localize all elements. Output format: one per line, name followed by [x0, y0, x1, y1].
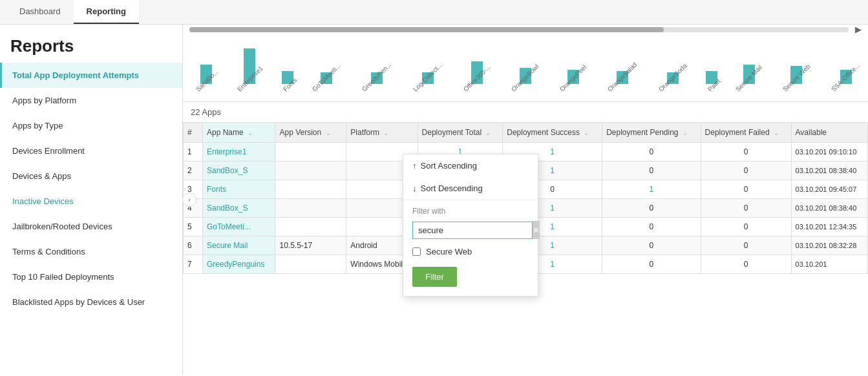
secure-web-label: Secure Web — [426, 247, 472, 256]
col-dep-total[interactable]: Deployment Total ⌄ — [418, 123, 503, 143]
col-app-name[interactable]: App Name ⌄ — [203, 123, 275, 143]
col-platform[interactable]: Platform ⌄ — [346, 123, 418, 143]
chart-bar-label: OrangeSoda — [657, 62, 688, 93]
col-available[interactable]: Available — [791, 123, 867, 143]
cell-num: 7 — [184, 255, 203, 274]
chart-bar-group: Secure Web — [776, 66, 817, 95]
cell-app-name: Fonts — [203, 180, 275, 199]
sidebar-item-terms[interactable]: Terms & Conditions — [0, 239, 182, 264]
cell-app-name: SandBox_S — [203, 199, 275, 218]
chart-bar-group: GreedyPen... — [355, 72, 399, 95]
chart-bar-group: Fonts — [277, 71, 298, 95]
sidebar-item-jailbroken[interactable]: Jailbroken/Rooted Devices — [0, 214, 182, 239]
cell-dep_pending: 0 — [602, 143, 701, 162]
chart-bar-label: GoToMeeti... — [311, 62, 342, 93]
cell-app-name: SandBox_S — [203, 162, 275, 180]
chart-bar-label: Log Collect... — [412, 61, 443, 93]
cell-num: 1 — [184, 143, 203, 162]
chart-bar-group: OrangeBowl — [505, 68, 545, 95]
sort-icon-app-version: ⌄ — [326, 129, 331, 136]
chart-bar-group: OrangeSalad — [601, 71, 644, 95]
cell-available: 03.10.201 08:38:40 — [791, 162, 867, 180]
cell-dep_failed: 0 — [701, 218, 791, 236]
col-num[interactable]: # — [184, 123, 203, 143]
cell-app-name: Enterprise1 — [203, 143, 275, 162]
sidebar-item-blacklisted[interactable]: Blacklisted Apps by Devices & User — [0, 289, 182, 315]
cell-app-name: GoToMeeti... — [203, 218, 275, 236]
scroll-right-arrow[interactable]: ▶ — [855, 25, 862, 34]
sort-icon-dep-success: ⌄ — [584, 129, 589, 136]
sidebar-item-devices-enrollment[interactable]: Devices Enrollment — [0, 138, 182, 163]
cell-dep_pending: 0 — [602, 218, 701, 236]
cell-available: 03.10.201 09:45:07 — [791, 180, 867, 199]
chart-bar-group: Log Collect... — [407, 72, 449, 95]
cell-available: 03.10.201 08:32:28 — [791, 236, 867, 255]
sidebar: Reports Total App Deployment Attempts Ap… — [0, 25, 183, 375]
col-dep-failed[interactable]: Deployment Failed ⌄ — [701, 123, 791, 143]
cell-dep_failed: 0 — [701, 180, 791, 199]
main-layout: Reports Total App Deployment Attempts Ap… — [0, 25, 868, 375]
sort-descending-label: Sort Descending — [421, 183, 483, 193]
cell-dep_failed: 0 — [701, 236, 791, 255]
collapse-sidebar-button[interactable]: ‹ — [183, 193, 196, 207]
table-header: # App Name ⌄ App Version ⌄ Platform ⌄ De… — [184, 123, 868, 143]
cell-app-version — [275, 162, 346, 180]
cell-num: 5 — [184, 218, 203, 236]
filter-button[interactable]: Filter — [412, 267, 457, 287]
top-tabs: Dashboard Reporting — [0, 0, 868, 25]
apps-count: 22 Apps — [183, 102, 868, 122]
col-dep-pending[interactable]: Deployment Pending ⌄ — [602, 123, 701, 143]
chart-bar-group: OrangeSoda — [652, 72, 694, 95]
sort-descending-item[interactable]: ↓ Sort Descending — [403, 177, 538, 200]
cell-app-name: Secure Mail — [203, 236, 275, 255]
cell-num: 2 — [184, 162, 203, 180]
chart-bar-group: OrangePeel — [553, 70, 593, 95]
chart-bar-label: OrangePeel — [558, 63, 588, 93]
cell-dep_pending: 1 — [602, 180, 701, 199]
scroll-track — [189, 27, 849, 32]
cell-available: 03.10.201 09:10:10 — [791, 143, 867, 162]
sidebar-item-top10[interactable]: Top 10 Failed Deployments — [0, 264, 182, 289]
cell-app-version — [275, 218, 346, 236]
cell-dep_failed: 0 — [701, 143, 791, 162]
sidebar-item-inactive-devices[interactable]: Inactive Devices — [0, 189, 182, 214]
sidebar-item-devices-apps[interactable]: Devices & Apps — [0, 163, 182, 189]
chart-bar-group: Secure Mail — [729, 65, 768, 95]
cell-app-version — [275, 199, 346, 218]
sort-icon-dep-failed: ⌄ — [774, 129, 779, 136]
sort-icon-app-name: ⌄ — [248, 129, 253, 136]
sidebar-item-apps-by-type[interactable]: Apps by Type — [0, 113, 182, 138]
col-app-version[interactable]: App Version ⌄ — [275, 123, 346, 143]
sort-icon-dep-total: ⌄ — [485, 129, 491, 136]
cell-dep_failed: 0 — [701, 199, 791, 218]
tab-dashboard[interactable]: Dashboard — [6, 0, 74, 24]
filter-btn-row: Filter — [403, 262, 538, 296]
filter-input[interactable] — [412, 222, 533, 239]
sort-descending-icon: ↓ — [412, 183, 417, 193]
chart-area: ▶ SandBo...Enterprise1FontsGoToMeeti...G… — [183, 25, 868, 102]
cell-num: 6 — [184, 236, 203, 255]
tab-reporting[interactable]: Reporting — [74, 0, 139, 24]
sort-ascending-item[interactable]: ↑ Sort Ascending — [403, 154, 538, 177]
sidebar-item-total-app-deployment[interactable]: Total App Deployment Attempts — [0, 63, 182, 88]
filter-checkbox-row: Secure Web — [403, 242, 538, 262]
filter-clear-button[interactable]: ✕ — [533, 221, 540, 239]
chart-bar-label: GreedyPen... — [361, 61, 392, 92]
scroll-thumb[interactable] — [189, 27, 664, 32]
cell-app-version — [275, 143, 346, 162]
cell-available: 03.10.201 12:34:35 — [791, 218, 867, 236]
chart-bar-label: OrangeSalad — [606, 61, 638, 92]
content-area: ‹ ▶ SandBo...Enterprise1FontsGoToMeeti..… — [183, 25, 868, 375]
secure-web-checkbox[interactable] — [412, 247, 421, 256]
cell-app-version: 10.5.5-17 — [275, 236, 346, 255]
chart-bar-label: SSA-Office... — [830, 61, 862, 93]
chart-bar-group: GoToMeeti... — [306, 72, 348, 95]
sort-icon-platform: ⌄ — [383, 129, 388, 136]
cell-dep_pending: 0 — [602, 255, 701, 274]
sidebar-item-apps-by-platform[interactable]: Apps by Platform — [0, 88, 182, 113]
col-dep-success[interactable]: Deployment Success ⌄ — [503, 123, 602, 143]
cell-available: 03.10.201 — [791, 255, 867, 274]
cell-app-version — [275, 180, 346, 199]
sort-ascending-label: Sort Ascending — [421, 161, 477, 171]
cell-app-version — [275, 255, 346, 274]
